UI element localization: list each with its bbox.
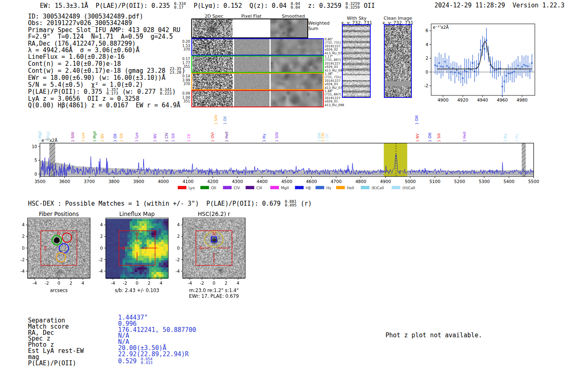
text-segment: ID: 3005342489 (3005342489.pdf) bbox=[28, 13, 143, 20]
svg-text:3600: 3600 bbox=[59, 179, 70, 184]
svg-text:2: 2 bbox=[225, 281, 228, 285]
match-position-box bbox=[211, 237, 216, 242]
info-line: Cont(n) = 2.10(±0.70)e-18 bbox=[28, 60, 186, 67]
info-line: F=2.9" T=0.124 N=1.71 A=0.59 g=24.5 bbox=[28, 33, 186, 40]
svg-text:2: 2 bbox=[425, 56, 428, 60]
weighted-fiber bbox=[56, 253, 66, 262]
inset-units-label: e⁻¹⁷x2Å bbox=[433, 25, 449, 30]
stacked-fraction: 0.6540.433 bbox=[141, 357, 153, 364]
timestamp: 2024-12-29 11:28:29 bbox=[434, 2, 505, 9]
legend-label: OII bbox=[211, 186, 216, 190]
info-line: Q(0.00) Hβ(4861) z = 0.0167 EW r = 64.9Å bbox=[28, 102, 186, 109]
spec2d-row bbox=[191, 56, 324, 73]
text-segment: RA,Dec (176.412247,50.887299) bbox=[28, 40, 136, 47]
line-marker-Hγ: } Hγ bbox=[262, 134, 266, 142]
legend-label: MgII bbox=[281, 186, 289, 190]
svg-text:-4: -4 bbox=[21, 269, 25, 274]
legend-swatch-Lyα bbox=[178, 186, 186, 189]
spectrum-units-label: e⁻¹⁷x2Å bbox=[42, 138, 58, 143]
line-marker-OIII: } OIII bbox=[428, 132, 432, 142]
row-left-stats: 0.171.77351 bbox=[180, 57, 190, 69]
text-segment: (w: 0.277 bbox=[118, 88, 159, 95]
text-segment: Cont(w) = 2.40(±0.17)e-18 (gmag 23.28 bbox=[28, 67, 169, 74]
line-marker-SiIV: } SiIV bbox=[71, 132, 75, 142]
fiber-outline bbox=[72, 240, 81, 250]
legend-label: CIII bbox=[256, 186, 262, 190]
svg-text:3900: 3900 bbox=[133, 179, 144, 184]
info-line: Cont(w) = 2.40(±0.17)e-18 (gmag 23.28 23… bbox=[28, 67, 186, 74]
svg-text:3700: 3700 bbox=[84, 179, 95, 184]
svg-text:0: 0 bbox=[22, 246, 25, 251]
line-marker-OII: } OII bbox=[325, 134, 329, 142]
text-segment: 176.412241, 50.887700 bbox=[118, 326, 196, 334]
svg-text:-2: -2 bbox=[176, 257, 180, 262]
svg-text:5100: 5100 bbox=[430, 179, 441, 184]
svg-text:4: 4 bbox=[100, 222, 103, 227]
svg-text:2: 2 bbox=[177, 234, 180, 239]
legend-label: CIV bbox=[234, 186, 240, 190]
stacked-fraction: 23.3523.20 bbox=[170, 67, 181, 74]
line-marker-MgII: } MgII bbox=[93, 131, 97, 142]
svg-text:3800: 3800 bbox=[109, 179, 120, 184]
legend-swatch-(H)CaII bbox=[392, 186, 400, 189]
svg-text:6: 6 bbox=[425, 28, 428, 33]
full-spectrum-plot: } MgII} MgII} SiIV} Lyα} MgII} NV} OII} … bbox=[0, 109, 576, 193]
timestamp-version: 2024-12-29 11:28:29 Version 1.22.3 bbox=[434, 2, 564, 9]
svg-text:2: 2 bbox=[22, 234, 25, 239]
svg-text:-4: -4 bbox=[188, 281, 192, 285]
line-marker-SiII: } SiII bbox=[119, 133, 123, 142]
text-segment: Cont(n) = 2.10(±0.70)e-18 bbox=[28, 60, 121, 67]
info-line: Primary Spec_Slot_IFU_AMP: 413_028_042_R… bbox=[28, 27, 186, 33]
line-marker-OII: } OII bbox=[113, 134, 117, 142]
info-line: EWr = 18.00(±6.90) (w: 16.00(±3.10))Å bbox=[28, 74, 186, 81]
info-line: P(LAE)/P(OII): 0.375 1.3570.173 (w: 0.27… bbox=[28, 88, 186, 95]
line-marker-HeII: } HeII bbox=[462, 132, 467, 142]
text-segment: Obs: 20191227v026_3005342489 bbox=[28, 19, 132, 27]
svg-text:-2: -2 bbox=[45, 281, 49, 285]
legend-swatch-HeII bbox=[336, 186, 345, 189]
match-table-value: N/A bbox=[118, 333, 196, 339]
svg-text:0: 0 bbox=[35, 172, 37, 176]
line-marker-Lyα: } Lyα bbox=[81, 132, 85, 142]
svg-text:4400: 4400 bbox=[257, 179, 268, 184]
match-table-value: 176.412241, 50.887700 bbox=[118, 327, 196, 333]
svg-text:4900: 4900 bbox=[437, 97, 448, 102]
fiber-outline bbox=[40, 263, 50, 272]
row-left-stats: 0.201.53370 bbox=[180, 40, 190, 52]
svg-text:4960: 4960 bbox=[497, 97, 508, 102]
match-table-labels: SeparationMatch scoreRA, DecSpec zPhoto … bbox=[28, 318, 84, 366]
line-marker-SiII: } SiII bbox=[437, 133, 441, 142]
svg-text:2: 2 bbox=[100, 234, 103, 239]
svg-text:5: 5 bbox=[35, 158, 37, 162]
line-marker-NV: } NV bbox=[153, 133, 157, 142]
detection-info-block: ID: 3005342489 (3005342489.pdf)Obs: 2019… bbox=[28, 13, 186, 109]
svg-text:4300: 4300 bbox=[232, 179, 243, 184]
version-label: Version 1.22.3 bbox=[513, 2, 564, 9]
svg-text:4: 4 bbox=[425, 42, 428, 47]
cutout-xlabel: m:23.0 re:1.2" s:1.4" bbox=[189, 288, 239, 293]
fiber-outline bbox=[74, 257, 84, 266]
svg-text:4200: 4200 bbox=[207, 179, 218, 184]
svg-text:4600: 4600 bbox=[306, 179, 317, 184]
svg-text:5300: 5300 bbox=[479, 179, 490, 184]
masked-band bbox=[49, 143, 55, 176]
info-line: λ = 4942.46Å σ = 3.06(±0.60)Å bbox=[28, 47, 186, 53]
cutout-xlabel: s/b: 2.43 +/- 0.103 bbox=[115, 288, 159, 293]
elixer-report-page: EW: 15.3±3.1Å P(LAE)/P(OII): 0.235 0.334… bbox=[0, 0, 576, 392]
svg-text:4900: 4900 bbox=[380, 179, 391, 184]
match-table-value: 0.529 0.6540.433 bbox=[118, 357, 196, 365]
text-segment: 0.529 bbox=[118, 357, 140, 364]
text-segment: P(LAE)/P(OII): 0.375 bbox=[28, 88, 106, 95]
stacked-fraction: 1.3570.173 bbox=[107, 88, 118, 95]
stacked-fraction: 0.8810.495 bbox=[285, 199, 297, 207]
svg-text:-4: -4 bbox=[176, 269, 180, 274]
svg-text:-4: -4 bbox=[99, 269, 103, 274]
legend-label: Hβ bbox=[306, 186, 311, 190]
weighted-sum-row bbox=[191, 19, 308, 38]
svg-text:-2: -2 bbox=[424, 83, 428, 88]
text-segment: ) bbox=[172, 88, 176, 95]
svg-text:-4: -4 bbox=[111, 281, 115, 285]
svg-text:4: 4 bbox=[22, 222, 25, 227]
line-marker-NV: } NV bbox=[416, 133, 420, 142]
text-segment: F=2.9" T=0.124 N=1.71 A=0.59 g=24.5 bbox=[28, 33, 173, 40]
